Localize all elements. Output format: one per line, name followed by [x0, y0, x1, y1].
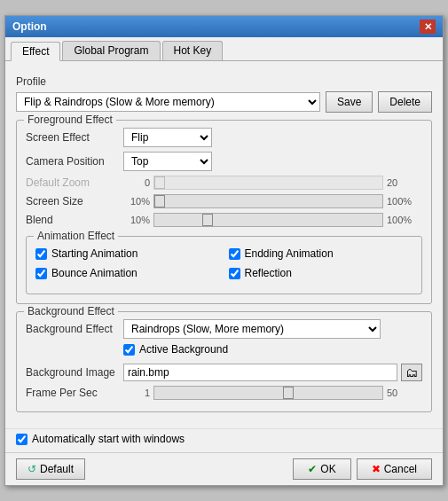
delete-button[interactable]: Delete: [378, 91, 432, 113]
active-background-item[interactable]: Active Background: [123, 343, 228, 356]
window-title: Option: [12, 20, 47, 33]
default-zoom-label: Default Zoom: [26, 176, 123, 189]
default-button[interactable]: ↺ Default: [16, 458, 85, 480]
folder-icon: 🗂: [405, 365, 418, 380]
profile-row: Flip & Raindrops (Slow & More memory) Sa…: [16, 91, 432, 113]
screen-effect-select[interactable]: Flip None: [123, 128, 212, 147]
blend-max: 100%: [387, 215, 422, 225]
starting-animation-item[interactable]: Starting Animation: [35, 247, 220, 260]
fps-min: 1: [123, 387, 150, 398]
default-zoom-slider: [153, 176, 383, 190]
auto-start-item[interactable]: Automatically start with windows: [16, 433, 185, 445]
cancel-icon: ✖: [372, 463, 381, 475]
tab-hot-key[interactable]: Hot Key: [162, 41, 224, 60]
reflection-label: Reflection: [245, 267, 292, 279]
bg-image-input[interactable]: [123, 364, 397, 381]
default-icon: ↺: [28, 463, 36, 475]
tab-bar: Effect Global Program Hot Key: [5, 37, 443, 61]
content-area: Profile Flip & Raindrops (Slow & More me…: [5, 61, 443, 428]
blend-min: 10%: [123, 215, 150, 225]
screen-size-row: Screen Size 10% 100%: [26, 194, 422, 208]
bottom-right-buttons: ✔ OK ✖ Cancel: [293, 458, 432, 480]
fps-label: Frame Per Sec: [26, 387, 123, 399]
ok-button[interactable]: ✔ OK: [293, 458, 350, 480]
screen-effect-label: Screen Effect: [26, 131, 123, 144]
foreground-effect-group: Foreground Effect Screen Effect Flip Non…: [16, 120, 432, 304]
tab-global-program[interactable]: Global Program: [62, 41, 160, 60]
default-zoom-row: Default Zoom 0 20: [26, 176, 422, 190]
bg-effect-select[interactable]: Raindrops (Slow, More memory) None Snow: [123, 319, 381, 339]
fps-slider[interactable]: [153, 386, 383, 400]
screen-size-label: Screen Size: [26, 195, 123, 207]
active-background-label: Active Background: [139, 343, 228, 356]
starting-animation-label: Starting Animation: [51, 247, 138, 260]
bounce-animation-label: Bounce Animation: [51, 267, 138, 279]
screen-size-max: 100%: [387, 196, 422, 207]
animation-effect-title: Animation Effect: [34, 230, 118, 242]
profile-select[interactable]: Flip & Raindrops (Slow & More memory): [16, 92, 320, 112]
bounce-animation-checkbox[interactable]: [35, 268, 47, 279]
bg-image-label: Background Image: [26, 366, 123, 379]
reflection-item[interactable]: Reflection: [229, 267, 413, 279]
starting-animation-checkbox[interactable]: [35, 248, 47, 260]
cancel-button[interactable]: ✖ Cancel: [357, 458, 432, 480]
active-bg-row: Active Background: [26, 343, 422, 359]
background-effect-title: Background Effect: [24, 305, 118, 317]
fps-slider-container: 1 50: [123, 386, 422, 400]
camera-position-label: Camera Position: [26, 155, 123, 168]
option-window: Option ✕ Effect Global Program Hot Key P…: [4, 15, 444, 486]
default-zoom-slider-container: 0 20: [123, 176, 422, 190]
save-button[interactable]: Save: [326, 91, 373, 113]
blend-row: Blend 10% 100%: [26, 213, 422, 227]
camera-position-row: Camera Position Top Bottom: [26, 152, 422, 171]
auto-start-label: Automatically start with windows: [32, 433, 185, 445]
bg-effect-label: Background Effect: [26, 323, 123, 335]
screen-size-min: 10%: [123, 196, 150, 207]
auto-start-checkbox[interactable]: [16, 434, 28, 445]
bg-image-row: Background Image 🗂: [26, 364, 422, 381]
bg-effect-row: Background Effect Raindrops (Slow, More …: [26, 319, 422, 339]
profile-label: Profile: [16, 75, 432, 88]
fps-max: 50: [387, 387, 422, 398]
blend-slider[interactable]: [153, 213, 383, 227]
bottom-bar: ↺ Default ✔ OK ✖ Cancel: [5, 452, 443, 485]
screen-size-slider[interactable]: [153, 194, 383, 208]
title-bar: Option ✕: [5, 16, 443, 37]
auto-start-row: Automatically start with windows: [5, 428, 443, 452]
foreground-effect-title: Foreground Effect: [24, 114, 116, 126]
endding-animation-item[interactable]: Endding Animation: [229, 247, 413, 260]
default-zoom-max: 20: [387, 177, 422, 188]
folder-button[interactable]: 🗂: [401, 364, 422, 381]
blend-slider-container: 10% 100%: [123, 213, 422, 227]
ok-icon: ✔: [308, 463, 317, 475]
close-button[interactable]: ✕: [420, 20, 436, 34]
screen-size-slider-container: 10% 100%: [123, 194, 422, 208]
animation-grid: Starting Animation Endding Animation Bou…: [35, 244, 413, 286]
fps-row: Frame Per Sec 1 50: [26, 386, 422, 400]
active-background-checkbox[interactable]: [123, 344, 135, 356]
animation-effect-group: Animation Effect Starting Animation Endd…: [26, 236, 422, 294]
reflection-checkbox[interactable]: [229, 268, 240, 279]
endding-animation-label: Endding Animation: [245, 247, 334, 260]
endding-animation-checkbox[interactable]: [229, 248, 240, 260]
screen-effect-row: Screen Effect Flip None: [26, 128, 422, 147]
bounce-animation-item[interactable]: Bounce Animation: [35, 267, 220, 279]
tab-effect[interactable]: Effect: [11, 42, 60, 61]
blend-label: Blend: [26, 214, 123, 226]
background-effect-group: Background Effect Background Effect Rain…: [16, 311, 432, 412]
camera-position-select[interactable]: Top Bottom: [123, 152, 212, 171]
default-zoom-min: 0: [123, 177, 150, 188]
